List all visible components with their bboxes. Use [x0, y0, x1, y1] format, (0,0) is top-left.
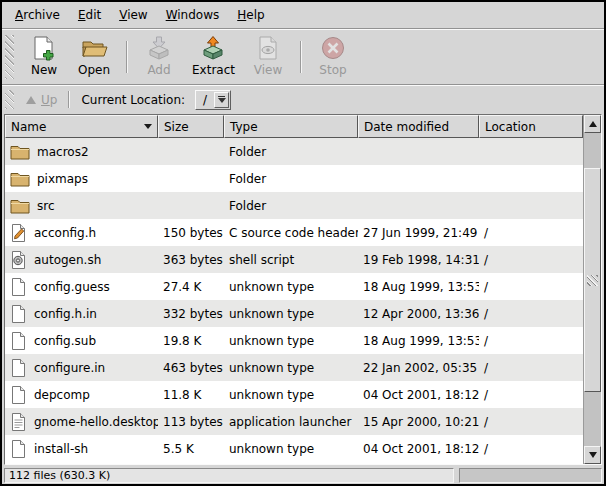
location-bar-drag-handle[interactable] [5, 90, 14, 109]
folder-icon [10, 144, 30, 160]
scroll-down-icon [589, 452, 597, 458]
table-row[interactable]: config.sub 19.8 K unknown type 18 Aug 19… [5, 327, 583, 354]
scrollbar-thumb[interactable] [584, 168, 601, 392]
menu-view[interactable]: View [110, 4, 156, 26]
stop-button[interactable]: Stop [308, 32, 358, 82]
table-row[interactable]: acconfig.h 150 bytes C source code heade… [5, 219, 583, 246]
menubar: Archive Edit View Windows Help [2, 2, 604, 29]
column-header-location[interactable]: Location [479, 115, 583, 138]
file-rows: macros2 Folder pixmaps Folder src F [5, 138, 583, 464]
column-header-type[interactable]: Type [224, 115, 358, 138]
view-file-icon [255, 35, 281, 61]
document-icon [10, 277, 27, 297]
table-row[interactable]: config.h.in 332 bytes unknown type 12 Ap… [5, 300, 583, 327]
table-row[interactable]: config.guess 27.4 K unknown type 18 Aug … [5, 273, 583, 300]
column-header-size[interactable]: Size [158, 115, 224, 138]
toolbar-drag-handle[interactable] [5, 35, 14, 79]
current-location-label: Current Location: [81, 93, 185, 107]
menu-help[interactable]: Help [228, 4, 273, 26]
table-row[interactable]: macros2 Folder [5, 138, 583, 165]
new-archive-icon [31, 35, 57, 61]
table-row[interactable]: gnome-hello.desktop 113 bytes applicatio… [5, 408, 583, 435]
table-row[interactable]: install-sh 5.5 K unknown type 04 Oct 200… [5, 435, 583, 462]
document-icon [10, 331, 27, 351]
scrollbar-grip-icon [587, 275, 598, 286]
document-icon [10, 358, 27, 378]
combobox-dropdown-button[interactable] [214, 92, 229, 108]
table-row[interactable]: depcomp 11.8 K unknown type 04 Oct 2001,… [5, 381, 583, 408]
file-list: Name Size Type Date modified Location ma… [4, 114, 602, 465]
up-button[interactable]: Up [19, 91, 64, 109]
status-message-panel: 112 files (630.3 K) [4, 468, 454, 483]
column-header-name[interactable]: Name [5, 115, 158, 138]
scroll-down-button[interactable] [584, 446, 601, 464]
document-icon [10, 439, 27, 459]
document-icon [10, 304, 27, 324]
location-bar-separator [68, 91, 69, 108]
scrollbar-trough[interactable] [584, 133, 601, 446]
new-button[interactable]: New [19, 32, 69, 82]
toolbar: New Open Add [2, 29, 604, 84]
scroll-up-icon [589, 121, 597, 127]
menu-windows[interactable]: Windows [157, 4, 229, 26]
open-button[interactable]: Open [69, 32, 119, 82]
sort-descending-icon [144, 124, 152, 129]
location-combobox[interactable]: / [195, 90, 231, 110]
vertical-scrollbar[interactable] [583, 115, 601, 464]
document-icon [10, 385, 27, 405]
toolbar-separator [300, 41, 301, 73]
combobox-arrow-bar [218, 96, 225, 97]
stop-button-label: Stop [319, 63, 346, 77]
shell-script-icon [10, 250, 27, 270]
up-button-label: Up [41, 93, 57, 107]
launcher-icon [10, 412, 27, 432]
add-files-icon [146, 35, 172, 61]
archive-manager-window: Archive Edit View Windows Help New [0, 0, 606, 486]
table-row[interactable]: configure.in 463 bytes unknown type 22 J… [5, 354, 583, 381]
status-text: 112 files (630.3 K) [9, 469, 110, 482]
up-arrow-icon [26, 96, 36, 104]
view-button[interactable]: View [243, 32, 293, 82]
extract-button[interactable]: Extract [184, 32, 243, 82]
scroll-up-button[interactable] [584, 115, 601, 133]
open-archive-icon [81, 35, 108, 61]
table-row[interactable]: pixmaps Folder [5, 165, 583, 192]
folder-icon [10, 198, 30, 214]
view-button-label: View [254, 63, 282, 77]
column-header-date-modified[interactable]: Date modified [358, 115, 479, 138]
column-headers: Name Size Type Date modified Location [5, 115, 583, 138]
add-button[interactable]: Add [134, 32, 184, 82]
extract-button-label: Extract [192, 63, 235, 77]
statusbar: 112 files (630.3 K) [2, 466, 604, 484]
location-combobox-value: / [197, 92, 214, 108]
folder-icon [10, 171, 30, 187]
location-bar: Up Current Location: / [2, 86, 604, 113]
add-button-label: Add [147, 63, 170, 77]
chevron-down-icon [218, 98, 226, 103]
table-row[interactable]: src Folder [5, 192, 583, 219]
new-button-label: New [31, 63, 57, 77]
menu-edit[interactable]: Edit [69, 4, 110, 26]
extract-icon [200, 35, 226, 61]
table-row[interactable]: autogen.sh 363 bytes shell script 19 Feb… [5, 246, 583, 273]
menu-archive[interactable]: Archive [6, 4, 69, 26]
toolbar-separator [126, 41, 127, 73]
status-progress-panel [459, 468, 602, 483]
source-header-icon [10, 223, 27, 243]
open-button-label: Open [78, 63, 110, 77]
stop-icon [320, 35, 346, 61]
